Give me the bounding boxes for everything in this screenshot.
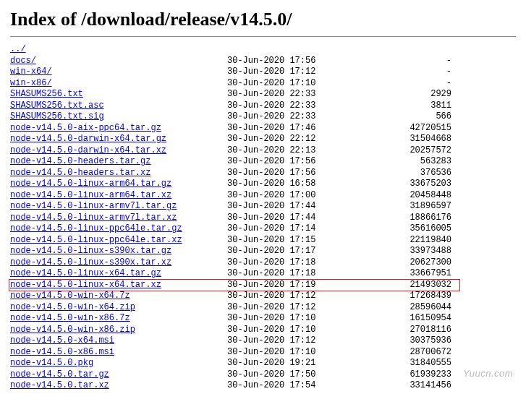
list-row: node-v14.5.0.tar.xz30-Jun-2020 17:543314…: [10, 380, 516, 392]
list-row: node-v14.5.0-linux-armv7l.tar.gz30-Jun-2…: [10, 201, 516, 213]
file-date: 30-Jun-2020 17:12: [227, 291, 365, 302]
file-link[interactable]: node-v14.5.0-linux-arm64.tar.gz: [10, 179, 227, 190]
file-size: 563283: [365, 156, 451, 168]
file-link[interactable]: node-v14.5.0-win-x64.zip: [10, 302, 227, 314]
list-row: node-v14.5.0-linux-armv7l.tar.xz30-Jun-2…: [10, 213, 516, 224]
file-link[interactable]: ../: [10, 44, 227, 56]
file-date: 30-Jun-2020 22:33: [227, 111, 365, 123]
list-row: node-v14.5.0-darwin-x64.tar.xz30-Jun-202…: [10, 145, 516, 157]
file-link[interactable]: node-v14.5.0-linux-x64.tar.xz: [10, 280, 227, 291]
list-row: node-v14.5.0-win-x64.7z30-Jun-2020 17:12…: [10, 291, 516, 302]
file-link[interactable]: SHASUMS256.txt.sig: [10, 111, 227, 123]
file-date: 30-Jun-2020 16:58: [227, 179, 365, 190]
list-row: node-v14.5.0-x64.msi30-Jun-2020 17:12303…: [10, 335, 516, 347]
file-size: 33141456: [365, 380, 451, 392]
file-size: 33667951: [365, 268, 451, 280]
file-link[interactable]: node-v14.5.0-win-x86.zip: [10, 325, 227, 336]
file-date: 30-Jun-2020 22:33: [227, 100, 365, 112]
file-size: 17268439: [365, 291, 451, 302]
file-link[interactable]: SHASUMS256.txt.asc: [10, 100, 227, 112]
file-size: 18866176: [365, 213, 451, 224]
file-size: 2929: [365, 89, 451, 100]
file-size: -: [365, 78, 451, 90]
file-date: 30-Jun-2020 17:17: [227, 246, 365, 257]
file-link[interactable]: node-v14.5.0-linux-s390x.tar.xz: [10, 257, 227, 269]
file-link[interactable]: node-v14.5.0.tar.gz: [10, 369, 227, 381]
list-row: SHASUMS256.txt.sig30-Jun-2020 22:33566: [10, 111, 516, 123]
file-link[interactable]: node-v14.5.0-aix-ppc64.tar.gz: [10, 123, 227, 134]
file-size: 33675203: [365, 179, 451, 190]
file-link[interactable]: node-v14.5.0-linux-s390x.tar.gz: [10, 246, 227, 257]
file-link[interactable]: node-v14.5.0-linux-ppc64le.tar.gz: [10, 223, 227, 235]
file-link[interactable]: node-v14.5.0.pkg: [10, 358, 227, 369]
list-row: node-v14.5.0-linux-s390x.tar.gz30-Jun-20…: [10, 246, 516, 257]
file-date: 30-Jun-2020 17:10: [227, 313, 365, 325]
file-link[interactable]: docs/: [10, 56, 227, 67]
file-link[interactable]: node-v14.5.0-win-x86.7z: [10, 313, 227, 325]
list-row: SHASUMS256.txt.asc30-Jun-2020 22:333811: [10, 100, 516, 112]
list-row: node-v14.5.0-linux-arm64.tar.xz30-Jun-20…: [10, 190, 516, 202]
file-date: 30-Jun-2020 17:15: [227, 235, 365, 247]
list-row: win-x86/30-Jun-2020 17:10-: [10, 78, 516, 90]
list-row: node-v14.5.0-darwin-x64.tar.gz30-Jun-202…: [10, 134, 516, 145]
file-size: 566: [365, 111, 451, 123]
divider: [10, 36, 516, 37]
list-row: node-v14.5.0-aix-ppc64.tar.gz30-Jun-2020…: [10, 123, 516, 134]
file-link[interactable]: node-v14.5.0-darwin-x64.tar.gz: [10, 134, 227, 145]
file-size: 20627300: [365, 257, 451, 269]
file-date: 30-Jun-2020 17:44: [227, 213, 365, 224]
file-link[interactable]: node-v14.5.0-darwin-x64.tar.xz: [10, 145, 227, 157]
list-row: node-v14.5.0-linux-ppc64le.tar.xz30-Jun-…: [10, 235, 516, 247]
page-title: Index of /download/release/v14.5.0/: [10, 9, 516, 30]
file-date: 30-Jun-2020 17:18: [227, 257, 365, 269]
file-size: 27018116: [365, 325, 451, 336]
file-date: 30-Jun-2020 17:12: [227, 67, 365, 78]
file-link[interactable]: node-v14.5.0-linux-arm64.tar.xz: [10, 190, 227, 202]
file-date: 30-Jun-2020 17:12: [227, 302, 365, 314]
list-row: node-v14.5.0-headers.tar.xz30-Jun-2020 1…: [10, 168, 516, 179]
directory-listing: ../docs/30-Jun-2020 17:56-win-x64/30-Jun…: [10, 44, 516, 392]
file-date: 30-Jun-2020 17:10: [227, 347, 365, 359]
file-size: 35616005: [365, 223, 451, 235]
list-row: node-v14.5.0.pkg30-Jun-2020 19:213184055…: [10, 358, 516, 369]
file-link[interactable]: node-v14.5.0-win-x64.7z: [10, 291, 227, 302]
list-row: node-v14.5.0-linux-arm64.tar.gz30-Jun-20…: [10, 179, 516, 190]
file-link[interactable]: node-v14.5.0-linux-ppc64le.tar.xz: [10, 235, 227, 247]
list-row: docs/30-Jun-2020 17:56-: [10, 56, 516, 67]
file-date: 30-Jun-2020 17:10: [227, 78, 365, 90]
list-row: node-v14.5.0-win-x64.zip30-Jun-2020 17:1…: [10, 302, 516, 314]
file-date: 30-Jun-2020 17:19: [227, 280, 365, 291]
file-size: 376536: [365, 168, 451, 179]
file-link[interactable]: node-v14.5.0-headers.tar.xz: [10, 168, 227, 179]
file-size: 31896597: [365, 201, 451, 213]
file-link[interactable]: node-v14.5.0-linux-armv7l.tar.gz: [10, 201, 227, 213]
file-size: 20257572: [365, 145, 451, 157]
file-size: -: [365, 56, 451, 67]
file-size: -: [365, 67, 451, 78]
list-row: node-v14.5.0-win-x86.7z30-Jun-2020 17:10…: [10, 313, 516, 325]
list-row: node-v14.5.0-x86.msi30-Jun-2020 17:10287…: [10, 347, 516, 359]
list-row: win-x64/30-Jun-2020 17:12-: [10, 67, 516, 78]
file-date: 30-Jun-2020 17:00: [227, 190, 365, 202]
file-date: 30-Jun-2020 17:56: [227, 56, 365, 67]
file-link[interactable]: SHASUMS256.txt: [10, 89, 227, 100]
file-date: 30-Jun-2020 17:14: [227, 223, 365, 235]
file-size: 28700672: [365, 347, 451, 359]
file-link[interactable]: node-v14.5.0.tar.xz: [10, 380, 227, 392]
list-row: SHASUMS256.txt30-Jun-2020 22:332929: [10, 89, 516, 100]
file-link[interactable]: node-v14.5.0-linux-armv7l.tar.xz: [10, 213, 227, 224]
file-link[interactable]: node-v14.5.0-headers.tar.gz: [10, 156, 227, 168]
file-link[interactable]: node-v14.5.0-x64.msi: [10, 335, 227, 347]
list-row: node-v14.5.0-win-x86.zip30-Jun-2020 17:1…: [10, 325, 516, 336]
file-date: 30-Jun-2020 17:18: [227, 268, 365, 280]
file-size: 42720515: [365, 123, 451, 134]
file-size: 21493032: [365, 280, 451, 291]
file-link[interactable]: node-v14.5.0-x86.msi: [10, 347, 227, 359]
list-row: ../: [10, 44, 516, 56]
file-date: 30-Jun-2020 17:56: [227, 156, 365, 168]
file-link[interactable]: node-v14.5.0-linux-x64.tar.gz: [10, 268, 227, 280]
file-size: 22119840: [365, 235, 451, 247]
list-row: node-v14.5.0-headers.tar.gz30-Jun-2020 1…: [10, 156, 516, 168]
file-link[interactable]: win-x86/: [10, 78, 227, 90]
file-link[interactable]: win-x64/: [10, 67, 227, 78]
